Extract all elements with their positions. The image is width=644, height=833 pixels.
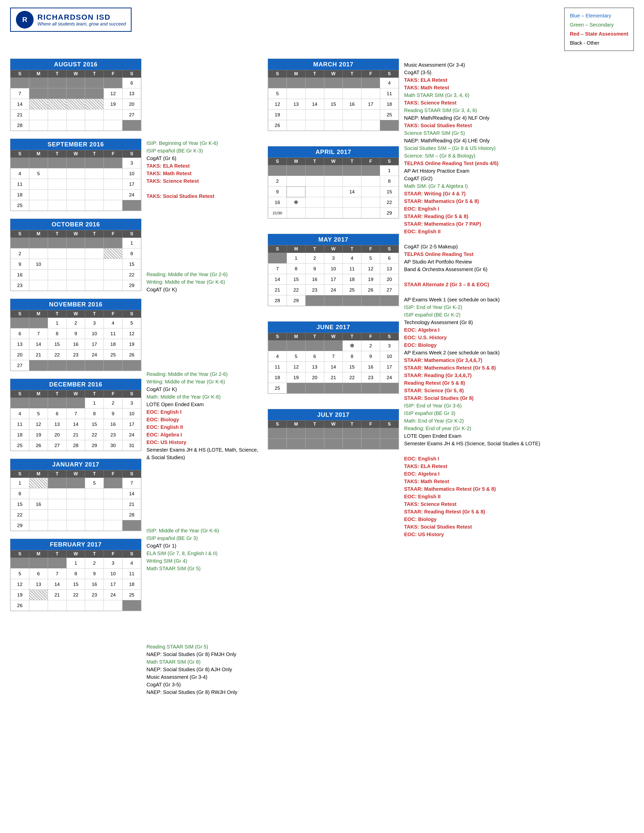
cal-cell <box>29 78 48 88</box>
cal-cell <box>287 88 305 99</box>
cal-cell <box>122 120 141 131</box>
cal-cell: 18 <box>343 274 361 285</box>
table-row: 14151617181920 <box>268 274 399 285</box>
table-row: 1117 <box>11 179 141 190</box>
cal-cell <box>287 428 305 439</box>
cal-cell <box>85 88 104 99</box>
cal-cell: 11 <box>122 568 141 579</box>
cal-cell <box>29 520 48 531</box>
cal-th: F <box>361 333 380 341</box>
calendar-january-2017: JANUARY 2017 SMTWTFS 157 814 151621 <box>10 459 142 531</box>
cal-th: W <box>66 470 85 478</box>
cal-cell: 2 <box>11 248 29 259</box>
cal-cell: 1 <box>48 318 66 328</box>
cal-th: T <box>85 310 104 318</box>
table-row: 1 <box>11 238 141 248</box>
cal-cell: 6 <box>48 408 66 419</box>
cal-cell: 26 <box>29 440 48 451</box>
calendar-november-2016: NOVEMBER 2016 SMTWTFS 12345 6789101112 1… <box>10 299 142 371</box>
cal-cell <box>361 187 380 197</box>
cal-cell: 19 <box>29 429 48 440</box>
cal-cell <box>66 398 85 408</box>
cal-th: T <box>343 158 361 165</box>
cal-th: S <box>380 70 399 78</box>
cal-th: M <box>29 310 48 318</box>
cal-cell: 1 <box>380 165 399 176</box>
cal-cell: 25 <box>343 285 361 295</box>
table-row: 28 <box>268 176 399 187</box>
cal-cell <box>324 383 343 394</box>
cal-cell: 15 <box>11 499 29 510</box>
cal-th: S <box>11 390 29 398</box>
cal-cell <box>287 109 305 120</box>
spacer <box>268 226 399 234</box>
cal-cell <box>29 109 48 120</box>
cal-th: S <box>380 245 399 253</box>
cal-cell <box>85 248 104 259</box>
event-item: TAKS: Social Studies Retest <box>404 523 634 531</box>
event-item: EOC: Algebra I <box>147 431 262 439</box>
cal-th: S <box>268 421 287 428</box>
event-item: TAKS: Science Retest <box>147 177 262 185</box>
cal-cell: 7 <box>29 328 48 339</box>
event-item: LOTE Open Ended Exam <box>147 400 262 408</box>
cal-th: S <box>380 158 399 165</box>
cal-cell <box>104 259 122 270</box>
cal-th: M <box>29 550 48 558</box>
cal-cell: 9 <box>66 328 85 339</box>
cal-th: M <box>29 470 48 478</box>
cal-cell <box>287 208 305 218</box>
cal-cell <box>29 558 48 568</box>
cal-cell: 18 <box>11 429 29 440</box>
cal-cell <box>29 510 48 520</box>
cal-cell: 13 <box>48 419 66 429</box>
cal-cell <box>268 341 287 351</box>
cal-cell <box>287 439 305 449</box>
event-item: ISIP español (BE Gr 3) <box>147 534 262 542</box>
cal-cell: 15 <box>324 99 343 109</box>
cal-cell: 4 <box>343 253 361 264</box>
cal-cell: 22 <box>343 372 361 383</box>
cal-cell <box>48 190 66 200</box>
cal-th: S <box>122 470 141 478</box>
cal-th: F <box>104 550 122 558</box>
table-row: 12345 <box>11 318 141 328</box>
cal-cell <box>104 158 122 168</box>
cal-cell <box>29 590 48 600</box>
event-item: Social Studies SIM – (Gr 8 & US History) <box>404 145 634 152</box>
cal-th: T <box>343 421 361 428</box>
cal-cell: 14 <box>66 419 85 429</box>
table-row: 26 <box>268 120 399 131</box>
cal-cell: 25 <box>104 350 122 360</box>
event-item: STAAR Alternate 2 (Gr 3 – 8 & EOC) <box>404 281 634 288</box>
cal-cell <box>29 99 48 109</box>
cal-cell: 15 <box>287 274 305 285</box>
cal-cell: 30 <box>104 440 122 451</box>
cal-cell <box>380 120 399 131</box>
cal-cell: 25 <box>268 383 287 394</box>
cal-cell: 17 <box>104 579 122 590</box>
cal-cell: ❄ <box>343 341 361 351</box>
cal-cell <box>104 78 122 88</box>
cal-cell: 13 <box>305 362 324 372</box>
cal-cell: 12 <box>104 88 122 99</box>
cal-cell <box>380 383 399 394</box>
cal-cell: 13 <box>122 88 141 99</box>
cal-cell: 12 <box>122 328 141 339</box>
cal-cell: 16 <box>85 579 104 590</box>
cal-cell <box>85 78 104 88</box>
cal-cell: 18 <box>104 339 122 350</box>
cal-th: S <box>11 230 29 238</box>
cal-cell <box>324 295 343 306</box>
event-item: STAAR: Reading (Gr 3,4,6,7) <box>404 371 634 379</box>
cal-th: S <box>11 150 29 158</box>
cal-cell: 21 <box>122 499 141 510</box>
cal-cell <box>287 120 305 131</box>
event-item: Reading Retest (Gr 5 & 8) <box>404 379 634 387</box>
cal-cell <box>85 179 104 190</box>
cal-cell <box>66 99 85 109</box>
event-item: Writing SIM (Gr 4) <box>147 557 262 564</box>
cal-cell: 24 <box>122 429 141 440</box>
table-row: 4 <box>268 78 399 88</box>
cal-cell <box>66 259 85 270</box>
